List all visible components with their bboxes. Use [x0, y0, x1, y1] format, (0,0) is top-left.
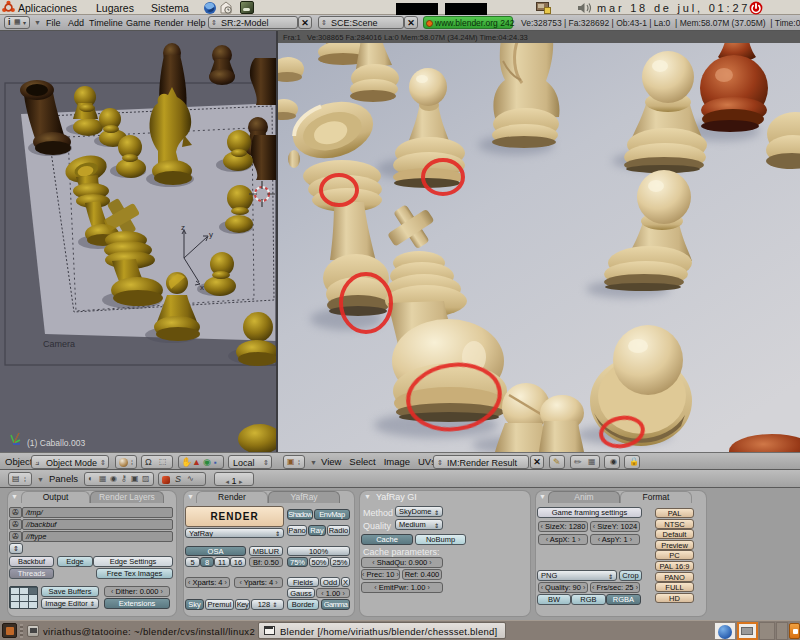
svg-text:Fra:1 Ve:308865 Fa:284016 La: Fra:1 Ve:308865 Fa:284016 La:0 Mem:58.07… — [283, 33, 528, 42]
svg-text:y: y — [209, 230, 213, 239]
svg-text:Camera: Camera — [43, 339, 75, 349]
svg-text:z: z — [181, 223, 185, 232]
svg-text:(1) Caballo.003: (1) Caballo.003 — [27, 438, 85, 448]
svg-text:x: x — [200, 283, 204, 292]
